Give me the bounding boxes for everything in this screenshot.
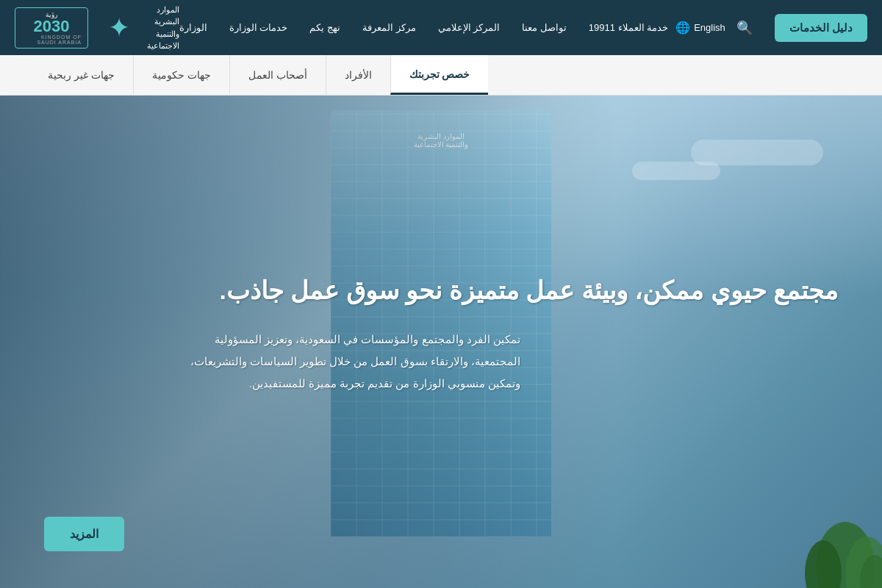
top-nav-left-group: دليل الخدمات 🔍 English 🌐 (668, 14, 867, 42)
vision-kingdom-label: KINGDOM OF SAUDI ARABIA (21, 35, 82, 45)
tab-nonprofit[interactable]: جهات غير ربحية (29, 55, 133, 95)
nav-link-ministry-services[interactable]: خدمات الوزارة (229, 22, 288, 33)
logo-area: الموارد البشرية والتنمية الاجتماعية ✦ رؤ… (15, 4, 179, 52)
nav-link-ministry[interactable]: الوزارة (179, 22, 207, 33)
language-switcher[interactable]: English 🌐 (675, 21, 725, 35)
top-navigation: دليل الخدمات 🔍 English 🌐 خدمة العملاء 19… (0, 0, 882, 55)
nav-link-knowledge[interactable]: مركز المعرفة (362, 22, 416, 33)
hero-subtitle-line3: وتمكين منسوبي الوزارة من تقديم تجربة ممي… (249, 377, 520, 390)
hero-content: مجتمع حيوي ممكن، وبيئة عمل متميزة نحو سو… (0, 96, 882, 588)
tab-government[interactable]: جهات حكومية (133, 55, 229, 95)
language-label: English (694, 22, 725, 33)
nav-link-platform[interactable]: نهج يكم (309, 22, 340, 33)
secondary-navigation: خصص تجربتك الأفراد أصحاب العمل جهات حكوم… (0, 55, 882, 96)
ministry-logo-text: الموارد البشرية والتنمية الاجتماعية (139, 4, 179, 52)
services-guide-button[interactable]: دليل الخدمات (775, 14, 867, 42)
top-nav-links: خدمة العملاء 19911 تواصل معنا المركز الإ… (179, 22, 669, 33)
nav-link-customer-service[interactable]: خدمة العملاء 19911 (589, 22, 668, 33)
hero-subtitle-line2: المجتمعية، والارتقاء بسوق العمل من خلال … (190, 355, 520, 368)
globe-icon: 🌐 (675, 21, 690, 35)
nav-link-media[interactable]: المركز الإعلامي (438, 22, 501, 33)
ministry-name-line1: الموارد البشرية (139, 4, 179, 28)
tab-customize-experience[interactable]: خصص تجربتك (390, 55, 489, 95)
search-icon[interactable]: 🔍 (736, 20, 753, 36)
ministry-name-line2: والتنمية الاجتماعية (139, 28, 179, 52)
vision-badge: رؤية 2030 KINGDOM OF SAUDI ARABIA (15, 7, 88, 49)
vision-year: 2030 (34, 18, 70, 35)
nav-link-contact[interactable]: تواصل معنا (522, 22, 567, 33)
hero-section: الموارد البشرية والتنمية الاجتماعية مجتم… (0, 96, 882, 588)
tab-employers[interactable]: أصحاب العمل (229, 55, 326, 95)
hero-title: مجتمع حيوي ممكن، وبيئة عمل متميزة نحو سو… (44, 274, 838, 306)
tab-individuals[interactable]: الأفراد (326, 55, 390, 95)
ministry-star-icon: ✦ (108, 15, 130, 41)
hero-cta-button[interactable]: المزيد (44, 517, 124, 551)
hero-subtitle: تمكين الفرد والمجتمع والمؤسسات في السعود… (44, 329, 520, 395)
hero-subtitle-line1: تمكين الفرد والمجتمع والمؤسسات في السعود… (215, 333, 520, 345)
